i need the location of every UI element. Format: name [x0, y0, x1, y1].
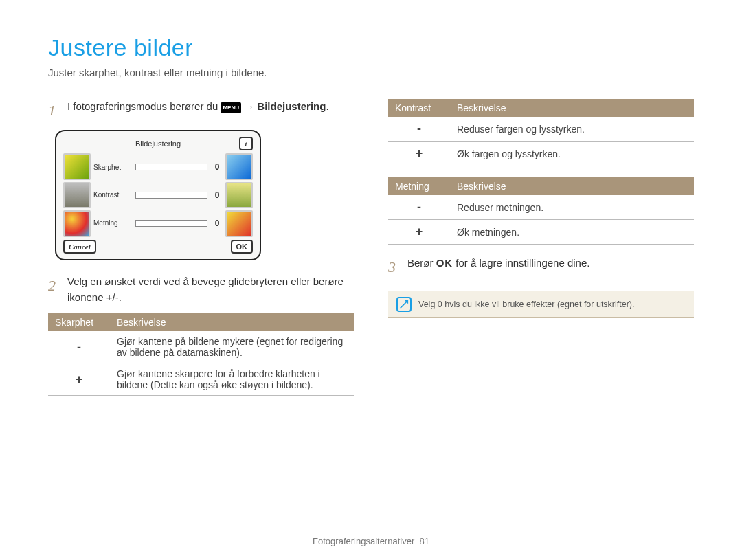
table-skarphet: SkarphetBeskrivelse -Gjør kantene på bil…: [48, 313, 354, 396]
ok-button[interactable]: OK: [231, 240, 254, 254]
screenshot-title: Bildejustering: [77, 139, 239, 148]
step-1-number: 1: [48, 99, 60, 122]
step-3-text: Berør OK for å lagre innstillingene dine…: [407, 256, 589, 278]
ok-text-icon: OK: [436, 257, 453, 269]
menu-icon: MENU: [221, 102, 241, 113]
note-text: Velg 0 hvis du ikke vil bruke effekter (…: [418, 300, 635, 309]
slider-track[interactable]: [135, 220, 207, 227]
table-row: +Øk metningen.: [388, 220, 694, 245]
info-icon[interactable]: i: [239, 137, 253, 150]
table-metning: MetningBeskrivelse -Reduser metningen. +…: [388, 177, 694, 245]
thumbnail-column-right: [225, 153, 253, 237]
table-row: -Gjør kantene på bildene mykere (egnet f…: [48, 331, 354, 363]
step-3-number: 3: [388, 256, 401, 278]
table-row: +Øk fargen og lysstyrken.: [388, 142, 694, 166]
slider-track[interactable]: [135, 164, 207, 170]
note-icon: [396, 297, 412, 312]
slider-track[interactable]: [135, 192, 207, 199]
cancel-button[interactable]: Cancel: [63, 240, 96, 254]
step-2-text: Velg en ønsket verdi ved å bevege glideb…: [67, 274, 354, 305]
page-title: Justere bilder: [48, 34, 694, 61]
step-2-number: 2: [48, 274, 60, 305]
table-kontrast: KontrastBeskrivelse -Reduser fargen og l…: [388, 99, 694, 166]
page-subtitle: Juster skarphet, kontrast eller metning …: [48, 67, 694, 78]
page-footer: Fotograferingsalternativer 81: [0, 536, 742, 546]
camera-screenshot: Bildejustering i Skarphet 0 Kontrast: [55, 130, 261, 260]
thumbnail-column-left: [63, 153, 91, 237]
note-box: Velg 0 hvis du ikke vil bruke effekter (…: [388, 291, 694, 318]
slider-metning[interactable]: Metning 0: [93, 219, 223, 228]
table-row: +Gjør kantene skarpere for å forbedre kl…: [48, 363, 354, 396]
slider-kontrast[interactable]: Kontrast 0: [93, 190, 223, 200]
slider-skarphet[interactable]: Skarphet 0: [93, 162, 223, 172]
table-row: -Reduser fargen og lysstyrken.: [388, 117, 694, 142]
step-1-text: I fotograferingsmodus berører du MENU → …: [67, 99, 329, 122]
table-row: -Reduser metningen.: [388, 195, 694, 220]
